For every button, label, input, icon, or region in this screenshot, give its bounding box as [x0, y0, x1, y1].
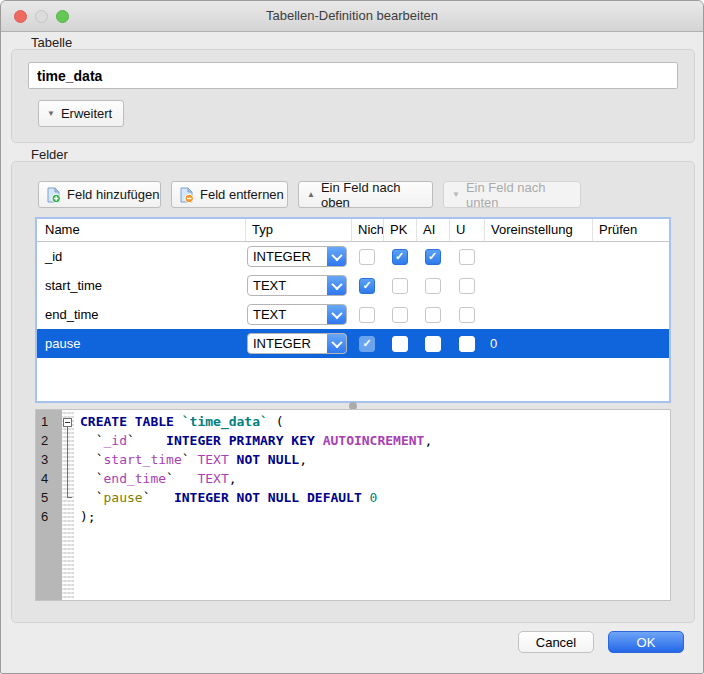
type-value: TEXT — [248, 305, 327, 324]
column-header-typ[interactable]: Typ — [245, 219, 351, 241]
ai-checkbox[interactable] — [425, 307, 441, 323]
pk-checkbox[interactable] — [392, 278, 408, 294]
fold-guide-foot — [67, 497, 72, 498]
type-value: TEXT — [248, 276, 327, 295]
felder-group-label: Felder — [31, 147, 68, 162]
unique-checkbox[interactable] — [459, 336, 475, 352]
pk-checkbox[interactable] — [392, 249, 408, 265]
add-field-label: Feld hinzufügen — [67, 187, 160, 202]
ok-label: OK — [637, 635, 656, 650]
type-dropdown[interactable]: TEXT — [247, 304, 347, 325]
notnull-checkbox[interactable] — [359, 249, 375, 265]
ai-checkbox[interactable] — [425, 336, 441, 352]
window-title: Tabellen-Definition bearbeiten — [1, 1, 703, 31]
field-name-cell[interactable]: end_time — [37, 300, 245, 329]
remove-field-button[interactable]: Feld entfernen — [171, 181, 288, 208]
move-down-label: Ein Feld nach unten — [466, 180, 580, 210]
notnull-checkbox[interactable] — [359, 307, 375, 323]
column-header-ai[interactable]: AI — [416, 219, 449, 241]
line-number-gutter: 123456 — [36, 410, 62, 600]
column-header-u[interactable]: U — [449, 219, 484, 241]
default-value-cell[interactable] — [484, 242, 592, 271]
type-value: INTEGER — [248, 247, 327, 266]
column-header-nicht-null[interactable]: Nich — [351, 219, 383, 241]
default-value-cell[interactable] — [484, 271, 592, 300]
line-number: 6 — [36, 507, 62, 526]
check-constraint-cell[interactable] — [592, 329, 669, 358]
fold-guide-line — [67, 427, 68, 497]
pk-checkbox[interactable] — [392, 307, 408, 323]
ok-button[interactable]: OK — [608, 631, 684, 653]
table-row[interactable]: end_timeTEXT — [37, 300, 669, 329]
advanced-button-label: Erweitert — [61, 106, 112, 121]
chevron-down-icon[interactable] — [327, 247, 346, 266]
title-bar[interactable]: Tabellen-Definition bearbeiten — [1, 1, 703, 32]
unique-checkbox[interactable] — [459, 278, 475, 294]
check-constraint-cell[interactable] — [592, 300, 669, 329]
chevron-down-icon[interactable] — [327, 276, 346, 295]
sql-line: `pause` INTEGER NOT NULL DEFAULT 0 — [80, 488, 670, 507]
triangle-down-icon: ▼ — [452, 190, 460, 199]
cancel-button[interactable]: Cancel — [518, 631, 594, 653]
field-name-cell[interactable]: start_time — [37, 271, 245, 300]
add-field-button[interactable]: Feld hinzufügen — [38, 181, 161, 208]
remove-field-icon — [178, 187, 194, 203]
table-row[interactable]: start_timeTEXT — [37, 271, 669, 300]
table-name-input[interactable] — [28, 62, 678, 89]
triangle-up-icon: ▲ — [307, 190, 315, 199]
pk-checkbox[interactable] — [392, 336, 408, 352]
close-button[interactable] — [14, 10, 27, 23]
type-dropdown[interactable]: INTEGER — [247, 333, 347, 354]
line-number: 1 — [36, 412, 62, 431]
notnull-checkbox[interactable] — [359, 278, 375, 294]
unique-checkbox[interactable] — [459, 249, 475, 265]
sql-preview: 123456 CREATE TABLE `time_data` ( `_id` … — [35, 409, 671, 601]
table-row[interactable]: pauseINTEGER0 — [37, 329, 669, 358]
fields-table-body: _idINTEGERstart_timeTEXTend_timeTEXTpaus… — [37, 242, 669, 358]
remove-field-label: Feld entfernen — [200, 187, 284, 202]
fields-table-header: NameTypNichPKAIUVoreinstellungPrüfen — [37, 219, 669, 242]
triangle-down-icon: ▼ — [47, 109, 55, 118]
fields-table: NameTypNichPKAIUVoreinstellungPrüfen _id… — [35, 217, 671, 403]
type-value: INTEGER — [248, 334, 327, 353]
move-field-down-button: ▼ Ein Feld nach unten — [443, 181, 581, 208]
edit-table-dialog: Tabellen-Definition bearbeiten Tabelle ▼… — [0, 0, 704, 674]
field-name-cell[interactable]: _id — [37, 242, 245, 271]
sql-line: `start_time` TEXT NOT NULL, — [80, 450, 670, 469]
line-number: 5 — [36, 488, 62, 507]
line-number: 4 — [36, 469, 62, 488]
type-dropdown[interactable]: INTEGER — [247, 246, 347, 267]
column-header-name[interactable]: Name — [37, 219, 245, 241]
chevron-down-icon[interactable] — [327, 334, 346, 353]
sql-line: ); — [80, 507, 670, 526]
sql-line: `end_time` TEXT, — [80, 469, 670, 488]
check-constraint-cell[interactable] — [592, 271, 669, 300]
fold-collapse-icon[interactable] — [63, 418, 72, 427]
notnull-checkbox[interactable] — [359, 336, 375, 352]
sql-code: CREATE TABLE `time_data` ( `_id` INTEGER… — [74, 410, 670, 600]
move-field-up-button[interactable]: ▲ Ein Feld nach oben — [298, 181, 433, 208]
advanced-toggle-button[interactable]: ▼ Erweitert — [38, 100, 124, 127]
column-header-voreinstellung[interactable]: Voreinstellung — [484, 219, 592, 241]
check-constraint-cell[interactable] — [592, 242, 669, 271]
zoom-button[interactable] — [56, 10, 69, 23]
default-value-cell[interactable] — [484, 300, 592, 329]
tabelle-group-label: Tabelle — [31, 35, 72, 50]
ai-checkbox[interactable] — [425, 278, 441, 294]
cancel-label: Cancel — [536, 635, 576, 650]
type-dropdown[interactable]: TEXT — [247, 275, 347, 296]
sql-line: CREATE TABLE `time_data` ( — [80, 412, 670, 431]
unique-checkbox[interactable] — [459, 307, 475, 323]
field-name-cell[interactable]: pause — [37, 329, 245, 358]
sql-line: `_id` INTEGER PRIMARY KEY AUTOINCREMENT, — [80, 431, 670, 450]
table-row[interactable]: _idINTEGER — [37, 242, 669, 271]
column-header-pk[interactable]: PK — [383, 219, 416, 241]
default-value-cell[interactable]: 0 — [484, 329, 592, 358]
chevron-down-icon[interactable] — [327, 305, 346, 324]
column-header-pruefen[interactable]: Prüfen — [592, 219, 669, 241]
add-field-icon — [45, 187, 61, 203]
line-number: 3 — [36, 450, 62, 469]
move-up-label: Ein Feld nach oben — [321, 180, 432, 210]
ai-checkbox[interactable] — [425, 249, 441, 265]
fold-margin — [62, 410, 74, 600]
